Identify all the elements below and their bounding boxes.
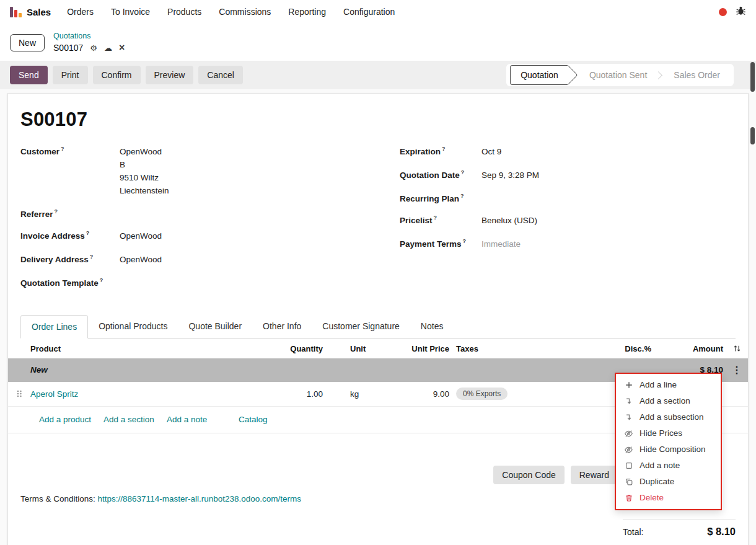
invoice-address-value[interactable]: OpenWood [120, 230, 356, 243]
product-link[interactable]: Aperol Spritz [30, 389, 266, 399]
delivery-address-value[interactable]: OpenWood [120, 254, 356, 267]
nav-item-to-invoice[interactable]: To Invoice [111, 7, 150, 17]
field-expiration: Expiration? Oct 9 [400, 146, 736, 159]
help-icon: ? [61, 146, 64, 152]
fields-left-column: Customer? OpenWood B 9510 Wiltz Liechten… [20, 146, 356, 299]
notebook-tabs: Order Lines Optional Products Quote Buil… [20, 315, 736, 339]
nav-item-orders[interactable]: Orders [67, 7, 94, 17]
breadcrumb-current: S00107 [53, 43, 83, 54]
nav-item-products[interactable]: Products [167, 7, 201, 17]
menu-add-a-section[interactable]: Add a section [616, 393, 721, 409]
breadcrumb-bar: New Quotations S00107 ⚙ ☁ × [0, 24, 756, 61]
add-section-link[interactable]: Add a section [103, 415, 154, 424]
expiration-label: Expiration [400, 147, 441, 156]
drag-handle-icon[interactable] [8, 389, 30, 399]
menu-duplicate[interactable]: Duplicate [616, 474, 721, 490]
status-step-sales-order[interactable]: Sales Order [664, 66, 730, 84]
tab-customer-signature[interactable]: Customer Signature [312, 315, 410, 338]
table-header-row: Product Quantity Unit Unit Price Taxes D… [8, 339, 748, 358]
preview-button[interactable]: Preview [146, 66, 194, 84]
row-menu-icon[interactable]: ⋮ [726, 365, 748, 375]
menu-delete[interactable]: Delete [616, 490, 721, 506]
field-referrer: Referrer? [20, 208, 356, 219]
help-icon: ? [100, 277, 103, 283]
terms-label: Terms & Conditions: [20, 494, 95, 503]
scrollbar-thumb[interactable] [750, 127, 755, 144]
nav-item-reporting[interactable]: Reporting [288, 7, 326, 17]
breadcrumb-quotations-link[interactable]: Quotations [53, 32, 125, 42]
terms-link[interactable]: https://88637114-master-all.runbot238.od… [98, 494, 301, 503]
catalog-link[interactable]: Catalog [239, 415, 268, 424]
eye-slash-icon [624, 429, 633, 438]
row-context-menu: Add a line Add a section Add a subsectio… [615, 373, 722, 510]
tax-tag[interactable]: 0% Exports [456, 388, 508, 400]
activity-indicator-icon[interactable] [719, 8, 727, 16]
help-icon: ? [434, 215, 437, 221]
confirm-button[interactable]: Confirm [93, 66, 141, 84]
recurring-plan-label: Recurring Plan [400, 193, 459, 203]
tab-notes[interactable]: Notes [410, 315, 454, 338]
delivery-address-label: Delivery Address [20, 254, 89, 264]
scrollbar-thumb[interactable] [750, 62, 755, 92]
menu-hide-prices[interactable]: Hide Prices [616, 425, 721, 441]
gear-icon[interactable]: ⚙ [90, 44, 97, 52]
menu-add-a-subsection[interactable]: Add a subsection [616, 409, 721, 425]
total-label: Total: [623, 527, 643, 537]
quotation-date-label: Quotation Date [400, 170, 460, 179]
tab-other-info[interactable]: Other Info [252, 315, 312, 338]
cloud-save-icon[interactable]: ☁ [104, 44, 112, 52]
payment-terms-value[interactable]: Immediate [481, 238, 736, 251]
col-header-unit: Unit [324, 344, 397, 353]
print-button[interactable]: Print [53, 66, 88, 84]
quotation-template-label: Quotation Template [20, 278, 99, 287]
unit-cell[interactable]: kg [324, 389, 397, 399]
col-header-taxes: Taxes [454, 344, 596, 353]
tab-optional-products[interactable]: Optional Products [88, 315, 178, 338]
breadcrumb: Quotations S00107 ⚙ ☁ × [53, 32, 125, 53]
field-quotation-template: Quotation Template? [20, 277, 356, 288]
expiration-value[interactable]: Oct 9 [481, 146, 736, 159]
toggle-columns-icon[interactable] [726, 344, 748, 353]
col-header-amount: Amount [653, 344, 726, 353]
cancel-button[interactable]: Cancel [198, 66, 243, 84]
add-note-link[interactable]: Add a note [167, 415, 207, 424]
menu-add-a-note[interactable]: Add a note [616, 458, 721, 474]
bug-icon[interactable] [736, 6, 746, 18]
menu-hide-composition[interactable]: Hide Composition [616, 441, 721, 458]
add-section-icon [624, 397, 633, 405]
unit-price-cell[interactable]: 9.00 [397, 389, 454, 399]
control-panel: Send Print Confirm Preview Cancel Quotat… [0, 61, 756, 89]
help-icon: ? [461, 169, 465, 175]
status-step-quotation-sent[interactable]: Quotation Sent [579, 66, 657, 84]
nav-item-commissions[interactable]: Commissions [219, 7, 271, 17]
quantity-cell[interactable]: 1.00 [266, 389, 324, 399]
add-subsection-icon [624, 413, 633, 422]
terms-and-conditions: Terms & Conditions: https://88637114-mas… [20, 494, 301, 503]
duplicate-icon [624, 477, 633, 486]
col-header-unit-price: Unit Price [397, 344, 454, 353]
coupon-code-button[interactable]: Coupon Code [493, 466, 564, 484]
send-button[interactable]: Send [10, 66, 48, 84]
referrer-label: Referrer [20, 209, 53, 218]
reward-button[interactable]: Reward [571, 466, 618, 484]
customer-value[interactable]: OpenWood B 9510 Wiltz Liechtenstein [120, 146, 356, 198]
nav-item-configuration[interactable]: Configuration [343, 7, 395, 17]
recurring-plan-value[interactable] [481, 193, 736, 204]
pricelist-value[interactable]: Benelux (USD) [481, 215, 736, 228]
help-icon: ? [442, 146, 446, 152]
tab-quote-builder[interactable]: Quote Builder [178, 315, 252, 338]
top-nav: Sales Orders To Invoice Products Commiss… [0, 0, 756, 24]
quotation-date-value[interactable]: Sep 9, 3:28 PM [481, 169, 736, 182]
status-step-quotation[interactable]: Quotation [510, 65, 568, 85]
new-button[interactable]: New [10, 34, 45, 51]
pricelist-label: Pricelist [400, 215, 433, 224]
app-switcher[interactable]: Sales [10, 7, 51, 17]
discard-icon[interactable]: × [119, 43, 125, 53]
field-customer: Customer? OpenWood B 9510 Wiltz Liechten… [20, 146, 356, 198]
add-product-link[interactable]: Add a product [39, 415, 91, 424]
referrer-value[interactable] [120, 208, 356, 219]
tab-order-lines[interactable]: Order Lines [20, 315, 88, 339]
section-name[interactable]: New [30, 365, 266, 374]
quotation-template-value[interactable] [120, 277, 356, 288]
menu-add-a-line[interactable]: Add a line [616, 377, 721, 393]
